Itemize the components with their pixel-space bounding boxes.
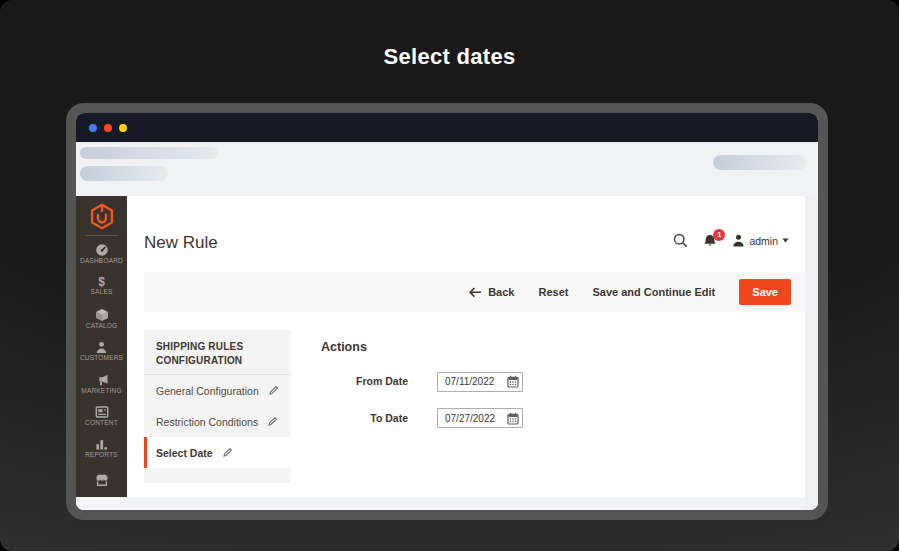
config-item-label: General Configuration	[156, 385, 259, 397]
page-bottom-strip	[76, 497, 805, 510]
browser-chrome	[76, 142, 818, 196]
sidebar-item-label: MARKETING	[81, 388, 121, 395]
page-action-toolbar: Back Reset Save and Continue Edit Save	[144, 272, 805, 312]
sidebar-item-catalog[interactable]: CATALOG	[76, 302, 127, 334]
catalog-icon	[95, 308, 109, 322]
admin-username: admin	[749, 235, 778, 247]
to-date-label: To Date	[320, 412, 408, 424]
reports-icon	[95, 438, 109, 451]
pencil-icon	[222, 447, 233, 458]
sales-icon: $	[98, 276, 105, 288]
search-icon[interactable]	[673, 233, 688, 248]
calendar-icon[interactable]	[507, 375, 519, 388]
user-icon	[732, 234, 745, 247]
config-item-restriction-conditions[interactable]: Restriction Conditions	[144, 406, 291, 437]
config-item-label: Restriction Conditions	[156, 416, 258, 428]
tab-placeholder	[80, 147, 218, 159]
address-bar-placeholder	[80, 166, 168, 181]
sidebar-item-reports[interactable]: REPORTS	[76, 432, 127, 464]
sidebar-item-stores[interactable]	[76, 465, 127, 497]
stores-icon	[95, 473, 109, 487]
sidebar-item-label: CONTENT	[85, 420, 118, 427]
window-control-red[interactable]	[104, 124, 112, 132]
form-section-title: Actions	[321, 340, 523, 354]
sidebar-item-marketing[interactable]: MARKETING	[76, 367, 127, 399]
config-item-label: Select Date	[156, 447, 213, 459]
from-date-label: From Date	[320, 375, 408, 387]
sidebar-logo-button[interactable]	[90, 196, 114, 233]
sidebar-item-label: CUSTOMERS	[80, 355, 123, 362]
sidebar-divider	[86, 235, 118, 236]
browser-window: DASHBOARD $ SALES	[66, 103, 828, 520]
reset-button[interactable]: Reset	[538, 286, 568, 298]
window-titlebar	[76, 113, 818, 142]
caret-down-icon	[782, 238, 789, 243]
calendar-icon[interactable]	[507, 412, 519, 425]
admin-app: DASHBOARD $ SALES	[76, 196, 818, 510]
stage-title: Select dates	[0, 44, 899, 70]
sidebar-item-sales[interactable]: $ SALES	[76, 270, 127, 302]
notification-badge: 1	[713, 229, 725, 241]
chrome-right-placeholder	[713, 155, 806, 170]
pencil-icon	[268, 385, 279, 396]
admin-sidebar: DASHBOARD $ SALES	[76, 196, 127, 497]
window-control-blue[interactable]	[89, 124, 97, 132]
sidebar-item-label: CATALOG	[86, 323, 118, 330]
config-item-select-date[interactable]: Select Date	[144, 437, 291, 468]
from-date-row: From Date	[320, 371, 523, 392]
window-control-yellow[interactable]	[119, 124, 127, 132]
main-content: New Rule	[127, 196, 805, 497]
page-title: New Rule	[144, 233, 218, 253]
config-panel-title: SHIPPING RULES CONFIGURATION	[144, 330, 291, 374]
pencil-icon	[267, 416, 278, 427]
scrollbar-track[interactable]	[805, 196, 818, 510]
sidebar-item-label: SALES	[91, 289, 113, 296]
to-date-row: To Date	[320, 408, 523, 429]
notifications-button[interactable]: 1	[703, 234, 717, 248]
dashboard-icon	[95, 243, 109, 257]
sidebar-item-label: DASHBOARD	[80, 258, 123, 265]
config-item-general-configuration[interactable]: General Configuration	[144, 375, 291, 406]
save-and-continue-button[interactable]: Save and Continue Edit	[592, 286, 715, 298]
back-label: Back	[488, 286, 514, 298]
app-viewport: DASHBOARD $ SALES	[76, 196, 805, 497]
customers-icon	[95, 341, 108, 354]
sidebar-item-customers[interactable]: CUSTOMERS	[76, 335, 127, 367]
sidebar-item-content[interactable]: CONTENT	[76, 400, 127, 432]
admin-menu-button[interactable]: admin	[732, 234, 789, 247]
back-button[interactable]: Back	[469, 286, 514, 298]
actions-form: Actions From Date	[320, 330, 523, 428]
back-arrow-icon	[469, 287, 482, 298]
sidebar-item-label: REPORTS	[85, 452, 118, 459]
magento-logo-icon	[90, 203, 114, 230]
sidebar-item-dashboard[interactable]: DASHBOARD	[76, 237, 127, 269]
marketing-icon	[95, 373, 109, 387]
screenshot-root: Select dates	[0, 0, 899, 551]
content-icon	[95, 405, 109, 419]
save-button[interactable]: Save	[739, 279, 791, 305]
header-actions: 1 admin	[673, 233, 789, 248]
shipping-rules-config-panel: SHIPPING RULES CONFIGURATION General Con…	[144, 330, 291, 483]
